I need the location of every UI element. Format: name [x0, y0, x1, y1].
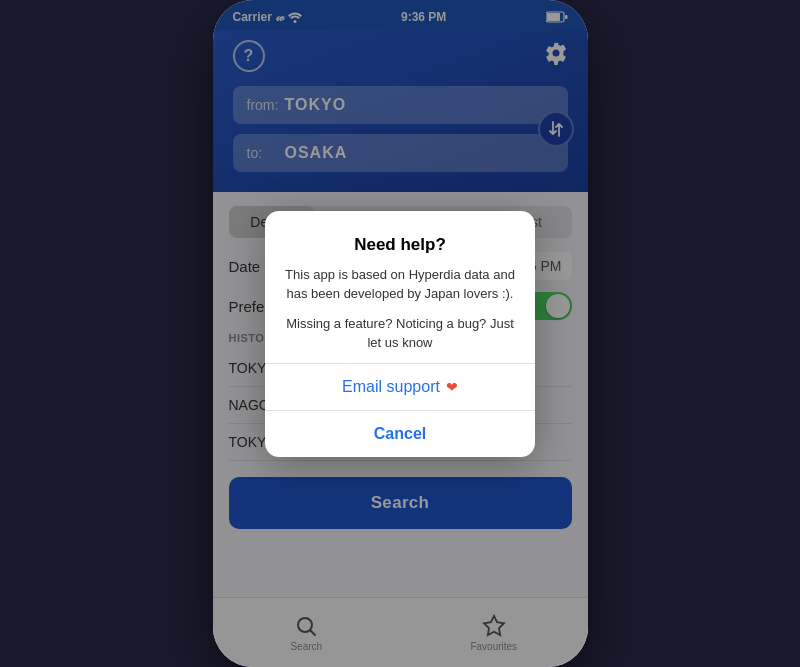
modal-body-2: Missing a feature? Noticing a bug? Just … [285, 314, 515, 353]
cancel-label: Cancel [374, 425, 426, 443]
modal-overlay: Need help? This app is based on Hyperdia… [213, 0, 588, 667]
email-support-button[interactable]: Email support ❤ [285, 364, 515, 410]
modal-dialog: Need help? This app is based on Hyperdia… [265, 211, 535, 457]
email-support-label: Email support [342, 378, 440, 396]
modal-title: Need help? [285, 235, 515, 255]
heart-icon: ❤ [446, 379, 458, 395]
cancel-button[interactable]: Cancel [285, 411, 515, 457]
modal-body-1: This app is based on Hyperdia data and h… [285, 265, 515, 304]
phone-frame: Carrier 𝓌 9:36 PM ? [213, 0, 588, 667]
